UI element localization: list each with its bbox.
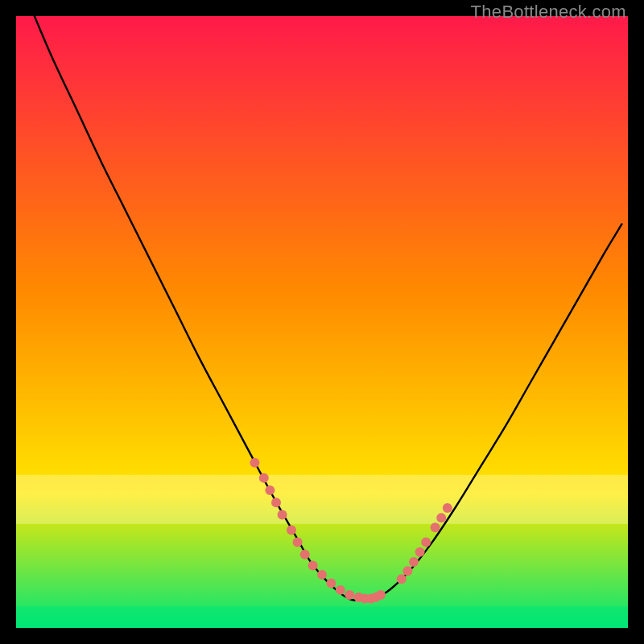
marker-point (397, 574, 407, 584)
marker-point (250, 458, 259, 468)
marker-point (265, 485, 275, 495)
plot-background (16, 16, 628, 628)
marker-point (421, 538, 431, 547)
marker-point (259, 473, 269, 483)
chart-frame (16, 16, 628, 628)
marker-point (436, 513, 446, 522)
marker-point (443, 503, 452, 513)
marker-point (271, 497, 281, 507)
marker-point (308, 560, 318, 570)
marker-point (376, 590, 386, 600)
marker-point (326, 579, 336, 588)
pale-yellow-band (16, 475, 628, 524)
marker-point (287, 525, 296, 535)
watermark-text: TheBottleneck.com (471, 2, 626, 23)
marker-point (278, 510, 287, 519)
marker-point (336, 585, 345, 595)
marker-point (431, 522, 440, 532)
marker-point (415, 547, 425, 557)
marker-point (300, 550, 310, 559)
marker-point (409, 557, 419, 567)
marker-point (402, 566, 412, 576)
marker-point (317, 570, 327, 580)
marker-point (293, 538, 303, 547)
marker-point (345, 590, 354, 600)
green-band (16, 606, 628, 628)
bottleneck-chart (16, 16, 628, 628)
